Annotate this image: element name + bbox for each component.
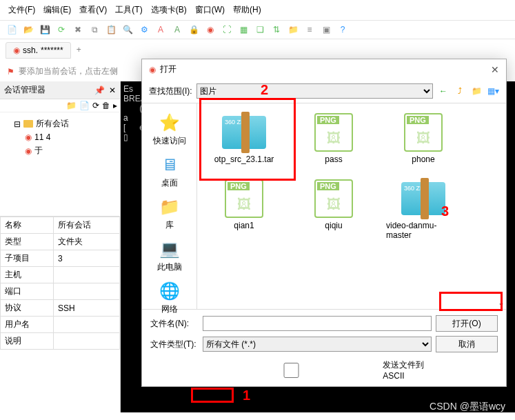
close-icon[interactable]: ✕ bbox=[109, 86, 116, 95]
tree-item[interactable]: ◉ 11 4 bbox=[4, 131, 116, 143]
disconnect-icon[interactable]: ✖ bbox=[72, 23, 84, 36]
place-item[interactable]: ⭐快速访问 bbox=[142, 109, 196, 150]
fullscreen-icon[interactable]: ⛶ bbox=[221, 23, 233, 36]
copy-icon[interactable]: ⧉ bbox=[88, 23, 101, 36]
prop-cell: 用户名 bbox=[1, 317, 54, 333]
png-icon: PNG🖼 bbox=[312, 113, 356, 152]
png-icon: PNG🖼 bbox=[312, 179, 356, 218]
prop-cell: SSH bbox=[54, 300, 120, 317]
place-label: 桌面 bbox=[161, 177, 178, 189]
annotation-1: 1 bbox=[243, 388, 250, 403]
tile-icon[interactable]: ▦ bbox=[237, 23, 250, 36]
open-dialog: ◉ 打开 ✕ 查找范围(I): 图片 ← ⤴ 📁 ▦▾ ⭐快速访问🖥桌面📁库💻此… bbox=[141, 59, 507, 387]
close-icon[interactable]: ✕ bbox=[491, 64, 499, 75]
annotation-2: 2 bbox=[261, 82, 268, 98]
swirl-icon[interactable]: ◉ bbox=[204, 23, 216, 36]
filetype-combo[interactable]: 所有文件 (*.*) bbox=[203, 337, 432, 352]
terminal-icon[interactable]: ▣ bbox=[320, 23, 332, 36]
pin-icon[interactable]: 📌 bbox=[94, 86, 105, 95]
newfolder-icon[interactable]: 📁 bbox=[470, 85, 483, 97]
menu-help[interactable]: 帮助(H) bbox=[230, 3, 264, 17]
reconnect-icon[interactable]: ⟳ bbox=[55, 23, 68, 36]
annotation-box-open bbox=[439, 292, 503, 311]
color-icon[interactable]: A bbox=[171, 23, 183, 36]
help-icon[interactable]: ? bbox=[336, 23, 349, 36]
places-bar: ⭐快速访问🖥桌面📁库💻此电脑🌐网络 bbox=[142, 103, 197, 309]
menu-tabs[interactable]: 选项卡(B) bbox=[148, 3, 190, 17]
new-folder-icon[interactable]: 📁 bbox=[66, 101, 77, 110]
refresh-icon[interactable]: ⟳ bbox=[92, 101, 99, 110]
folder-icon[interactable]: 📁 bbox=[287, 23, 299, 36]
menu-view[interactable]: 查看(V) bbox=[77, 3, 110, 17]
ascii-checkbox[interactable] bbox=[203, 363, 380, 378]
annotation-box-1 bbox=[191, 388, 234, 403]
swirl-icon: ◉ bbox=[25, 146, 32, 156]
file-item[interactable]: 360 ZIPvideo-danmu-master bbox=[382, 175, 465, 244]
swirl-icon: ◉ bbox=[25, 132, 32, 142]
find-icon[interactable]: 🔍 bbox=[121, 23, 134, 36]
paste-icon[interactable]: 📋 bbox=[105, 23, 117, 36]
place-item[interactable]: 🌐网络 bbox=[142, 277, 196, 318]
session-tree: ⊟ 所有会话 ◉ 11 4 ◉ 于 bbox=[0, 112, 120, 216]
properties-panel: 名称所有会话类型文件夹子项目3主机端口协议SSH用户名说明 bbox=[0, 216, 120, 350]
open-icon[interactable]: 📂 bbox=[22, 23, 34, 36]
annotation-3: 3 bbox=[441, 203, 449, 219]
cascade-icon[interactable]: ❏ bbox=[254, 23, 266, 36]
minus-icon: ⊟ bbox=[14, 119, 21, 129]
file-item[interactable]: PNG🖼phone bbox=[382, 109, 465, 168]
place-icon: ⭐ bbox=[159, 112, 181, 134]
place-item[interactable]: 🖥桌面 bbox=[142, 151, 196, 192]
tree-root[interactable]: ⊟ 所有会话 bbox=[4, 117, 116, 131]
new-session-icon[interactable]: 📄 bbox=[79, 101, 90, 110]
new-session-icon[interactable]: 📄 bbox=[6, 23, 18, 36]
place-item[interactable]: 📁库 bbox=[142, 193, 196, 234]
menu-bar: 文件(F) 编辑(E) 查看(V) 工具(T) 选项卡(B) 窗口(W) 帮助(… bbox=[0, 0, 515, 21]
prop-cell: 端口 bbox=[1, 283, 54, 300]
place-label: 此电脑 bbox=[157, 261, 182, 273]
main-toolbar: 📄 📂 💾 ⟳ ✖ ⧉ 📋 🔍 ⚙ A A 🔒 ◉ ⛶ ▦ ❏ ⇅ 📁 ≡ ▣ … bbox=[0, 21, 515, 39]
prop-cell: 说明 bbox=[1, 333, 54, 350]
expand-icon[interactable]: ▸ bbox=[113, 101, 117, 110]
open-button[interactable]: 打开(O) bbox=[436, 315, 498, 332]
tree-item[interactable]: ◉ 于 bbox=[4, 143, 116, 158]
back-icon[interactable]: ← bbox=[437, 85, 450, 97]
menu-file[interactable]: 文件(F) bbox=[6, 3, 38, 17]
file-item[interactable]: PNG🖼pass bbox=[292, 109, 375, 168]
up-icon[interactable]: ⤴ bbox=[454, 85, 466, 97]
dialog-titlebar: ◉ 打开 ✕ bbox=[142, 59, 506, 79]
hint-text: 要添加当前会话，点击左侧 bbox=[19, 66, 118, 77]
file-item[interactable]: PNG🖼qiqiu bbox=[292, 175, 375, 244]
lookin-label: 查找范围(I): bbox=[149, 86, 192, 97]
file-label: qian1 bbox=[234, 221, 254, 230]
ascii-label: 发送文件到ASCII bbox=[383, 359, 432, 381]
menu-edit[interactable]: 编辑(E) bbox=[41, 3, 74, 17]
delete-icon[interactable]: 🗑 bbox=[102, 101, 110, 110]
menu-window[interactable]: 窗口(W) bbox=[192, 3, 228, 17]
transfer-icon[interactable]: ⇅ bbox=[270, 23, 283, 36]
save-icon[interactable]: 💾 bbox=[39, 23, 51, 36]
place-item[interactable]: 💻此电脑 bbox=[142, 235, 196, 276]
file-label: qiqiu bbox=[325, 221, 342, 230]
archive-icon: 360 ZIP bbox=[401, 179, 445, 218]
place-icon: 🌐 bbox=[159, 280, 181, 302]
add-tab-icon[interactable]: + bbox=[74, 42, 84, 59]
file-item[interactable]: PNG🖼qian1 bbox=[203, 175, 285, 244]
lock-icon[interactable]: 🔒 bbox=[188, 23, 200, 36]
prop-cell: 子项目 bbox=[1, 250, 54, 267]
flag-icon: ⚑ bbox=[7, 67, 14, 77]
cancel-button[interactable]: 取消 bbox=[436, 336, 498, 352]
lookin-combo[interactable]: 图片 bbox=[196, 83, 433, 99]
swirl-icon: ◉ bbox=[149, 65, 156, 74]
folder-icon bbox=[23, 120, 33, 128]
swirl-icon: ◉ bbox=[13, 46, 20, 55]
script-icon[interactable]: ≡ bbox=[303, 23, 316, 36]
tab-ssh[interactable]: ◉ ssh. ******* bbox=[6, 42, 71, 59]
properties-icon[interactable]: ⚙ bbox=[138, 23, 150, 36]
viewmode-icon[interactable]: ▦▾ bbox=[487, 85, 499, 97]
menu-tools[interactable]: 工具(T) bbox=[112, 3, 145, 17]
font-icon[interactable]: A bbox=[154, 23, 167, 36]
place-label: 库 bbox=[165, 219, 174, 231]
dialog-title: 打开 bbox=[160, 63, 176, 75]
filename-input[interactable] bbox=[203, 316, 432, 331]
file-label: phone bbox=[412, 154, 434, 164]
